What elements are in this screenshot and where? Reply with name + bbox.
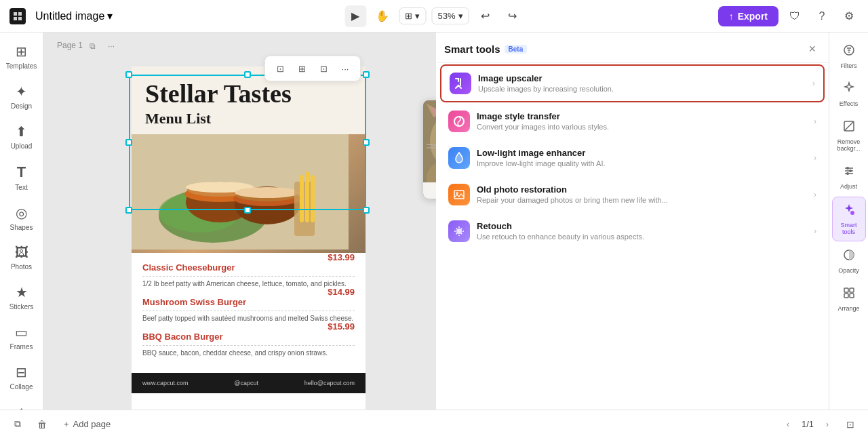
svg-point-59 [849,170,852,172]
sidebar-item-design[interactable]: ✦ Design [3,78,41,115]
panel-title: Smart tools [444,43,500,55]
smart-tools-panel: Smart tools Beta ✕ Image upscaler Upscal… [436,33,829,410]
stickers-icon: ★ [16,284,28,300]
fit-button[interactable]: ⊞ [292,59,311,78]
tool-desc: Upscale images by increasing resolution. [478,84,806,94]
help-button[interactable]: ? [811,5,833,27]
next-page-button[interactable]: › [819,416,835,433]
more-options-button[interactable]: ··· [336,59,355,78]
svg-point-61 [846,172,849,175]
settings-button[interactable]: ⚙ [838,5,860,27]
sidebar-item-effects[interactable]: Effects [832,76,866,113]
beta-badge: Beta [505,45,528,54]
zoom-selector[interactable]: 53% ▾ [431,7,469,24]
smart-tools-icon [842,203,856,220]
sidebar-item-label: Design [11,102,32,110]
view-mode-selector[interactable]: ⊞ ▾ [399,7,426,24]
handle-middle-left[interactable] [125,139,132,146]
main-layout: ⊞ Templates ✦ Design ⬆ Upload T Text ◎ S… [0,33,868,410]
panel-close-button[interactable]: ✕ [804,41,821,57]
cat-preview-label: Image upscaler [423,182,436,199]
handle-bottom-left[interactable] [125,207,132,214]
selection-border [129,75,366,210]
replace-button[interactable]: ⊡ [314,59,333,78]
export-button[interactable]: ↑ Export [718,6,778,26]
footer-social: @capcut [234,380,258,386]
image-selection-container[interactable] [129,75,366,210]
handle-bottom-right[interactable] [363,207,370,214]
redo-button[interactable]: ↪ [502,5,524,27]
footer-website: www.capcut.com [142,380,189,386]
sidebar-item-label: Shapes [10,224,33,231]
tool-desc: Repair your damaged photos or bring them… [477,195,807,205]
toolbar-right: ↑ Export 🛡 ? ⚙ [718,5,860,27]
bottom-toolbar: ⧉ 🗑 + Add page ‹ 1/1 › ⊡ [0,410,868,438]
sidebar-item-collage[interactable]: ⊟ Collage [3,359,41,396]
sidebar-item-upload[interactable]: ⬆ Upload [3,118,41,155]
chevron-right-icon: › [814,190,816,199]
shield-icon-button[interactable]: 🛡 [784,5,806,27]
handle-middle-right[interactable] [363,139,370,146]
sidebar-item-label: Effects [840,100,858,107]
sidebar-item-label: Upload [11,142,33,150]
tool-item-old-photo-restoration[interactable]: Old photo restoration Repair your damage… [440,177,825,212]
sidebar-item-shapes[interactable]: ◎ Shapes [3,199,41,237]
menu-item-desc: BBQ sauce, bacon, cheddar cheese, and cr… [142,349,355,358]
sidebar-item-label: Remove backgr... [835,138,863,152]
handle-top-center[interactable] [244,71,251,78]
sidebar-item-label: Collage [10,383,33,391]
handle-bottom-center[interactable] [244,207,251,214]
sidebar-item-photos[interactable]: 🖼 Photos [3,239,41,276]
prev-page-button[interactable]: ‹ [780,416,796,433]
sidebar-item-opacity[interactable]: Opacity [832,243,866,279]
sidebar-item-templates[interactable]: ⊞ Templates [3,38,41,75]
file-name-area[interactable]: Untitled image ▾ [35,9,113,22]
canvas-area[interactable]: Page 1 ⧉ ··· Stellar Tastes Menu List [43,33,436,410]
image-upscaler-icon [450,73,471,94]
handle-top-right[interactable] [363,71,370,78]
svg-point-57 [846,167,849,170]
upload-icon: ⬆ [16,123,27,140]
zoom-chevron-icon: ▾ [458,11,463,21]
svg-point-52 [456,228,462,234]
top-toolbar: Untitled image ▾ ▶ ✋ ⊞ ▾ 53% ▾ ↩ ↪ ↑ Exp… [0,0,868,33]
brandkit-icon: ◈ [16,404,26,410]
delete-page-button[interactable]: 🗑 [33,415,52,434]
shapes-icon: ◎ [16,205,27,221]
tool-item-image-upscaler[interactable]: Image upscaler Upscale images by increas… [440,64,825,102]
tool-item-retouch[interactable]: Retouch Use retouch to enhance beauty in… [440,214,825,249]
tool-item-low-light-enhancer[interactable]: Low-light image enhancer Improve low-lig… [440,140,825,176]
svg-line-55 [844,121,854,131]
menu-item-desc: 1/2 lb beef patty with American cheese, … [142,279,355,289]
app-logo [8,7,27,26]
menu-item-desc: Beef patty topped with sautéed mushrooms… [142,314,355,323]
sidebar-item-stickers[interactable]: ★ Stickers [3,279,41,316]
page-duplicate-button[interactable]: ⧉ [84,38,100,54]
sidebar-item-adjust[interactable]: Adjust [832,159,866,195]
handle-top-left[interactable] [125,71,132,78]
sidebar-item-brandkit[interactable]: ◈ Brand kit [3,399,41,410]
page-more-button[interactable]: ··· [103,38,119,54]
undo-button[interactable]: ↩ [475,5,496,27]
hand-tool-button[interactable]: ✋ [372,5,393,27]
tool-desc: Use retouch to enhance beauty in various… [477,232,807,241]
menu-item-name: Classic Cheeseburger [142,262,235,273]
copy-page-button[interactable]: ⧉ [8,415,27,434]
tool-name: Image upscaler [478,73,806,83]
sidebar-item-smart-tools[interactable]: Smart tools [832,197,866,241]
add-page-label: Add page [73,419,111,429]
sidebar-item-remove-background[interactable]: Remove backgr... [832,114,866,157]
sidebar-item-arrange[interactable]: Arrange [832,281,866,317]
sidebar-item-frames[interactable]: ▭ Frames [3,319,41,356]
sidebar-item-text[interactable]: T Text [3,158,41,197]
tool-item-image-style-transfer[interactable]: Image style transfer Convert your images… [440,104,825,139]
expand-button[interactable]: ⊡ [841,415,860,434]
add-page-button[interactable]: + Add page [57,416,117,432]
sidebar-item-label: Stickers [9,303,34,311]
select-tool-button[interactable]: ▶ [344,5,366,27]
sidebar-item-label: Frames [10,343,33,351]
sidebar-item-filters[interactable]: Filters [832,38,866,75]
crop-button[interactable]: ⊡ [271,59,290,78]
view-mode-icon: ⊞ [405,11,412,21]
sidebar-item-label: Photos [11,263,32,271]
